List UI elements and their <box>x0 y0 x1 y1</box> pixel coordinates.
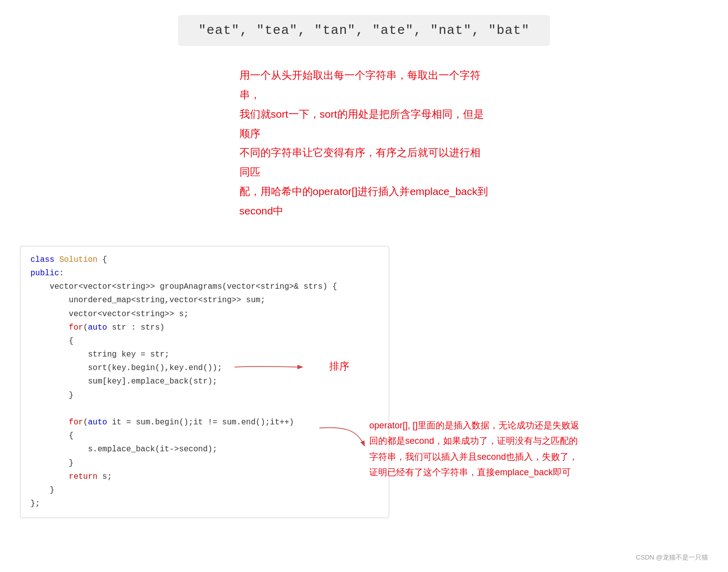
code-line-18: } <box>30 484 379 497</box>
annotation-operator: operator[], []里面的是插入数据，无论成功还是失败返回的都是seco… <box>369 418 584 481</box>
explanation-line2: 我们就sort一下，sort的用处是把所含字母相同，但是顺序 <box>240 108 484 139</box>
code-line-11: } <box>30 389 379 402</box>
code-line-1: class Solution { <box>30 253 379 267</box>
explanation-line1: 用一个从头开始取出每一个字符串，每取出一个字符串， <box>240 69 481 100</box>
code-line-17: return s; <box>30 470 379 484</box>
code-line-19: }; <box>30 497 379 511</box>
code-line-6: for(auto str : strs) <box>30 321 379 335</box>
code-line-4: unordered_map<string,vector<string>> sum… <box>30 294 379 307</box>
code-line-7: { <box>30 335 379 348</box>
code-block: class Solution { public: vector<vector<s… <box>20 246 389 519</box>
code-line-12 <box>30 402 379 416</box>
annotation-paixu: 排序 <box>329 360 429 373</box>
code-line-2: public: <box>30 267 379 280</box>
explanation-box: 用一个从头开始取出每一个字符串，每取出一个字符串， 我们就sort一下，sort… <box>160 66 569 221</box>
code-example-box: "eat", "tea", "tan", "ate", "nat", "bat" <box>0 15 728 46</box>
code-line-8: string key = str; <box>30 348 379 362</box>
explanation-line3: 不同的字符串让它变得有序，有序之后就可以进行相同匹 <box>240 147 481 178</box>
code-example: "eat", "tea", "tan", "ate", "nat", "bat" <box>178 15 549 46</box>
code-line-9: sort(key.begin(),key.end()); <box>30 362 379 375</box>
code-line-10: sum[key].emplace_back(str); <box>30 375 379 388</box>
code-line-16: } <box>30 457 379 470</box>
csdn-watermark: CSDN @龙猫不是一只猫 <box>636 553 708 562</box>
code-line-3: vector<vector<string>> groupAnagrams(vec… <box>30 280 379 294</box>
explanation-line5: second中 <box>240 205 284 216</box>
explanation-line4: 配，用哈希中的operator[]进行插入并emplace_back到 <box>240 186 488 197</box>
page-container: "eat", "tea", "tan", "ate", "nat", "bat"… <box>0 0 728 572</box>
code-line-5: vector<vector<string>> s; <box>30 308 379 321</box>
code-line-13: for(auto it = sum.begin();it != sum.end(… <box>30 416 379 429</box>
code-line-15: s.emplace_back(it->second); <box>30 443 379 456</box>
code-line-14: { <box>30 429 379 443</box>
annotation-operator-text: operator[], []里面的是插入数据，无论成功还是失败返回的都是seco… <box>369 420 579 478</box>
